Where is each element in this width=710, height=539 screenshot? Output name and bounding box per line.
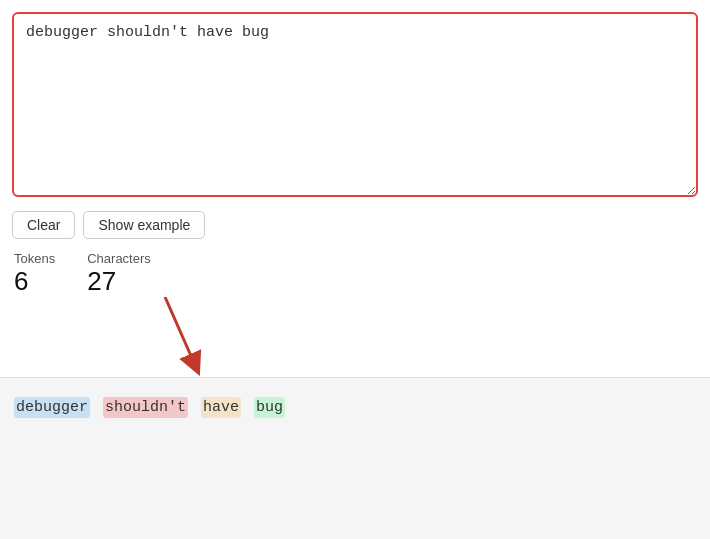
token-space-1 xyxy=(90,397,103,418)
token-bug: bug xyxy=(254,397,285,418)
characters-label: Characters xyxy=(87,251,151,266)
tokens-stat: Tokens 6 xyxy=(14,251,55,297)
token-debugger: debugger xyxy=(14,397,90,418)
token-space-2 xyxy=(188,397,201,418)
down-arrow-icon xyxy=(155,297,215,377)
svg-line-1 xyxy=(165,297,195,365)
arrow-container xyxy=(0,307,710,377)
tokens-value: 6 xyxy=(14,266,55,297)
characters-value: 27 xyxy=(87,266,151,297)
characters-stat: Characters 27 xyxy=(87,251,151,297)
stats-row: Tokens 6 Characters 27 xyxy=(12,251,698,297)
top-section: debugger shouldn't have bug Clear Show e… xyxy=(0,0,710,305)
show-example-button[interactable]: Show example xyxy=(83,211,205,239)
bottom-section: debugger shouldn't have bug Text Token I… xyxy=(0,377,710,539)
token-space-3 xyxy=(241,397,254,418)
token-display: debugger shouldn't have bug xyxy=(0,378,710,434)
token-shouldnt: shouldn't xyxy=(103,397,188,418)
clear-button[interactable]: Clear xyxy=(12,211,75,239)
token-have: have xyxy=(201,397,241,418)
button-row: Clear Show example xyxy=(12,211,698,239)
tokens-label: Tokens xyxy=(14,251,55,266)
text-input[interactable]: debugger shouldn't have bug xyxy=(12,12,698,197)
